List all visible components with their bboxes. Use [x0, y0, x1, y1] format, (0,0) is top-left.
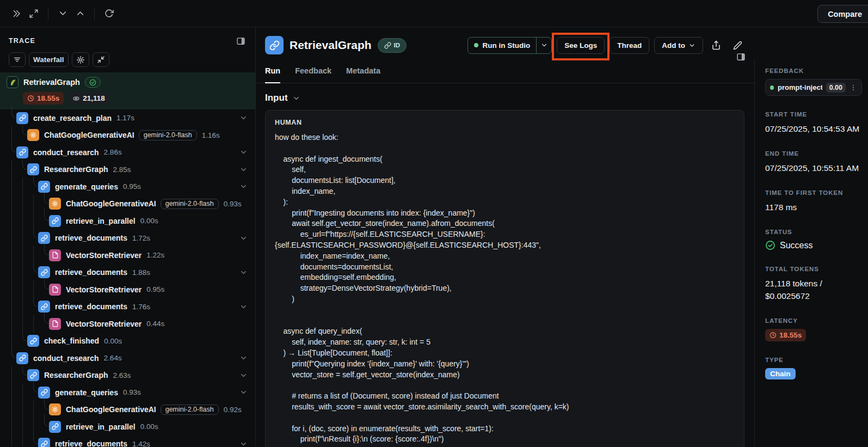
- tree-guide-line: [33, 401, 34, 419]
- waterfall-view-button[interactable]: Waterfall: [29, 52, 69, 67]
- meta-section: END TIME07/25/2025, 10:55:11 AM: [765, 150, 860, 174]
- collapse-arrows-icon: [97, 56, 105, 64]
- collapse-chevron-icon[interactable]: [239, 268, 248, 277]
- collapse-chevron-icon[interactable]: [239, 371, 248, 379]
- tree-guide-line: [11, 366, 12, 385]
- studio-dropdown-caret[interactable]: [536, 38, 551, 53]
- refresh-icon[interactable]: [100, 5, 118, 22]
- collapse-chevron-icon[interactable]: [239, 388, 248, 396]
- trace-tree-row[interactable]: ChatGoogleGenerativeAIgemini-2.0-flash1.…: [0, 127, 255, 144]
- meta-label: END TIME: [765, 150, 860, 157]
- trace-tree-row[interactable]: generate_queries0.93s: [0, 384, 255, 401]
- tree-guide-line: [22, 212, 23, 230]
- panel-columns-icon[interactable]: [235, 35, 247, 47]
- collapse-panel-icon[interactable]: [8, 5, 25, 22]
- vector-store-icon: [49, 249, 61, 261]
- meta-label: TOTAL TOKENS: [765, 266, 860, 272]
- thread-button[interactable]: Thread: [610, 37, 649, 54]
- expand-fullscreen-icon[interactable]: [25, 5, 42, 22]
- next-run-icon[interactable]: [54, 5, 71, 22]
- trace-tree-row[interactable]: ChatGoogleGenerativeAIgemini-2.0-flash0.…: [0, 401, 255, 419]
- tab-feedback[interactable]: Feedback: [295, 66, 331, 83]
- run-tabs: Run Feedback Metadata: [256, 54, 754, 83]
- collapse-chevron-icon[interactable]: [239, 114, 248, 122]
- trace-tree-row[interactable]: conduct_research2.86s: [0, 144, 255, 161]
- span-duration: 1.72s: [132, 234, 150, 242]
- top-toolbar: Compare: [0, 0, 868, 27]
- input-collapse-icon[interactable]: [292, 94, 300, 102]
- human-message-card: HUMAN how do these look: async def inges…: [265, 110, 744, 447]
- message-content: how do these look: async def ingest_docu…: [275, 132, 735, 445]
- chevron-down-icon: [688, 42, 695, 49]
- add-to-button[interactable]: Add to: [654, 37, 703, 54]
- collapse-all-button[interactable]: [93, 52, 109, 67]
- collapse-chevron-icon[interactable]: [239, 303, 248, 311]
- input-section-label: Input: [265, 93, 288, 103]
- trace-tree-row[interactable]: generate_queries0.95s: [0, 178, 255, 195]
- span-duration: 0.00s: [104, 337, 122, 345]
- see-logs-button[interactable]: See Logs: [557, 37, 605, 54]
- compare-button[interactable]: Compare: [817, 5, 868, 23]
- trace-tree-row[interactable]: conduct_research2.64s: [0, 350, 255, 367]
- collapse-chevron-icon[interactable]: [239, 166, 248, 174]
- tab-run[interactable]: Run: [265, 66, 280, 83]
- filter-button[interactable]: [9, 52, 26, 67]
- google-generative-ai-icon: [49, 198, 61, 210]
- trace-tree-row[interactable]: create_research_plan1.17s: [0, 109, 255, 127]
- meta-section: STATUS Success: [765, 229, 860, 250]
- span-duration: 1.88s: [132, 268, 150, 277]
- tree-guide-line: [22, 195, 23, 213]
- trace-tree-row[interactable]: retrieve_documents1.42s: [0, 436, 255, 447]
- run-detail-panel: RetrievalGraph ID Run in Studio: [256, 27, 754, 447]
- span-name: retrieve_documents: [55, 234, 127, 242]
- trace-settings-button[interactable]: [72, 52, 89, 67]
- trace-tree-row[interactable]: retrieve_documents1.72s: [0, 230, 255, 247]
- tab-metadata[interactable]: Metadata: [346, 66, 380, 83]
- chain-icon: [38, 266, 50, 278]
- trace-tree-row[interactable]: retrieve_documents1.76s: [0, 298, 255, 316]
- tree-guide-line: [11, 315, 12, 333]
- tree-guide-line: [11, 161, 12, 179]
- annotate-button[interactable]: [729, 37, 746, 53]
- collapse-chevron-icon[interactable]: [239, 440, 248, 447]
- tree-guide-line: [11, 212, 12, 230]
- meta-sections: START TIME07/25/2025, 10:54:53 AMEND TIM…: [765, 111, 860, 379]
- span-name: VectorStoreRetriever: [66, 285, 141, 294]
- collapse-chevron-icon[interactable]: [239, 182, 248, 191]
- tree-guide-line: [22, 435, 23, 447]
- span-duration: 0.93s: [123, 388, 141, 396]
- chain-icon: [16, 352, 28, 364]
- chain-icon: [38, 438, 50, 447]
- span-name: conduct_research: [33, 354, 99, 363]
- share-export-button[interactable]: [708, 37, 724, 53]
- meta-label: START TIME: [765, 111, 860, 118]
- span-duration: 1.42s: [132, 440, 150, 447]
- kebab-menu-icon[interactable]: [849, 84, 857, 91]
- copy-id-button[interactable]: ID: [378, 38, 407, 53]
- span-name: VectorStoreRetriever: [66, 320, 141, 328]
- span-duration: 0.95s: [146, 285, 164, 293]
- trace-root-row[interactable]: RetrievalGraph 18.55s 21,118: [0, 72, 255, 109]
- span-duration: 0.44s: [146, 320, 164, 328]
- meta-section: LATENCY 18.55s: [765, 317, 860, 341]
- trace-tree-row[interactable]: VectorStoreRetriever0.44s: [0, 315, 255, 333]
- trace-tree-row[interactable]: ChatGoogleGenerativeAIgemini-2.0-flash0.…: [0, 195, 255, 213]
- trace-tree-row[interactable]: retrieve_documents1.88s: [0, 264, 255, 281]
- tree-guide-line: [22, 418, 23, 436]
- previous-run-icon[interactable]: [71, 5, 89, 22]
- google-generative-ai-icon: [27, 129, 39, 141]
- feedback-chip[interactable]: prompt-inject... 0.00: [765, 79, 862, 96]
- collapse-chevron-icon[interactable]: [239, 354, 248, 362]
- collapse-chevron-icon[interactable]: [239, 234, 248, 242]
- model-tag-badge: gemini-2.0-flash: [139, 130, 197, 140]
- collapse-chevron-icon[interactable]: [239, 148, 248, 156]
- run-in-studio-button[interactable]: Run in Studio: [467, 37, 552, 54]
- meta-value: 07/25/2025, 10:55:11 AM: [765, 162, 860, 174]
- span-duration: 0.93s: [224, 200, 242, 208]
- tree-guide-line: [11, 246, 12, 265]
- token-coin-icon: [72, 95, 80, 102]
- panel-columns-icon[interactable]: [736, 52, 746, 64]
- tree-guide-line: [22, 229, 23, 248]
- trace-tree-row[interactable]: check_finished0.00s: [0, 333, 255, 350]
- message-role-label: HUMAN: [275, 119, 735, 126]
